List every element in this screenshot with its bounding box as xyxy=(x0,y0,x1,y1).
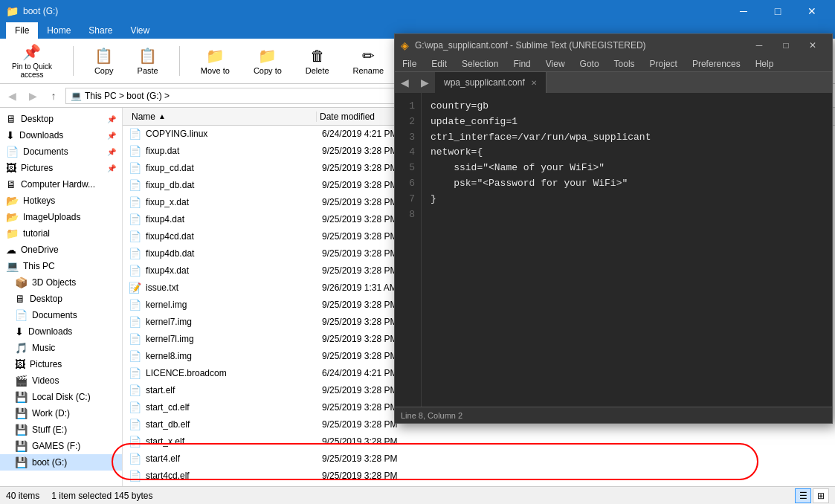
menu-find[interactable]: Find xyxy=(506,56,538,71)
sidebar-item-games-f[interactable]: 💾 GAMES (F:) xyxy=(0,438,122,454)
file-icon: 📄 xyxy=(129,299,141,311)
copy-button[interactable]: 📋 Copy xyxy=(88,45,120,77)
paste-button[interactable]: 📋 Paste xyxy=(132,45,164,77)
sidebar-item-computerhardw[interactable]: 🖥 Computer Hardw... xyxy=(0,176,122,193)
forward-button[interactable]: ▶ xyxy=(24,87,42,105)
table-row[interactable]: 📄 start4.elf 9/25/2019 3:28 PM xyxy=(123,450,835,468)
close-button[interactable]: ✕ xyxy=(795,0,829,22)
pin-quick-button[interactable]: 📌 Pin to Quickaccess xyxy=(6,42,58,80)
col-date-label: Date modified xyxy=(320,112,375,122)
file-name: LICENCE.broadcom xyxy=(146,368,227,378)
copy-label: Copy xyxy=(94,66,114,75)
sidebar-item-downloads[interactable]: ⬇ Downloads xyxy=(0,323,122,340)
onedrive-icon: ☁ xyxy=(6,244,16,256)
menu-goto[interactable]: Goto xyxy=(573,56,607,71)
sublime-title-bar: ◈ G:\wpa_supplicant.conf - Sublime Text … xyxy=(395,34,832,56)
maximize-button[interactable]: □ xyxy=(761,0,795,22)
copy-to-button[interactable]: 📁 Copy to xyxy=(248,45,288,77)
sublime-editor-area: 12345678 country=gbupdate_config=1ctrl_i… xyxy=(395,93,832,407)
file-type xyxy=(413,474,487,477)
tab-file[interactable]: File xyxy=(6,22,38,39)
menu-help[interactable]: Help xyxy=(748,56,781,71)
sidebar-item-music[interactable]: 🎵 Music xyxy=(0,340,122,356)
file-type xyxy=(413,457,487,460)
file-size xyxy=(487,457,547,460)
rename-label: Rename xyxy=(353,66,384,75)
move-to-button[interactable]: 📁 Move to xyxy=(195,45,236,77)
table-row[interactable]: 📄 start_x.elf 9/25/2019 3:28 PM xyxy=(123,433,835,450)
sidebar-item-documents-quick[interactable]: 📄 Documents 📌 xyxy=(0,143,122,160)
sidebar-item-documents[interactable]: 📄 Documents xyxy=(0,307,122,323)
sidebar-item-local-disk-c[interactable]: 💾 Local Disk (C:) xyxy=(0,389,122,405)
tab-nav-right[interactable]: ▶ xyxy=(415,72,435,93)
code-editor[interactable]: country=gbupdate_config=1ctrl_interface=… xyxy=(422,93,832,407)
tab-nav-left[interactable]: ◀ xyxy=(395,72,415,93)
delete-button[interactable]: 🗑 Delete xyxy=(300,46,335,77)
pin-label: Pin to Quickaccess xyxy=(12,62,52,79)
sidebar-item-downloads-quick[interactable]: ⬇ Downloads 📌 xyxy=(0,127,122,143)
editor-tab-wpa-supplicant[interactable]: wpa_supplicant.conf ✕ xyxy=(435,72,547,93)
sidebar-item-desktop[interactable]: 🖥 Desktop xyxy=(0,291,122,307)
menu-edit[interactable]: Edit xyxy=(424,56,454,71)
sidebar-item-imageuploads[interactable]: 📂 ImageUploads xyxy=(0,209,122,225)
folder-icon: 📦 xyxy=(15,277,28,288)
music-icon: 🎵 xyxy=(15,342,28,354)
pin-icon: 📌 xyxy=(107,115,116,123)
folder-icon: 📂 xyxy=(6,195,19,207)
drive-icon: 💾 xyxy=(15,440,28,452)
explorer-window: 📁 boot (G:) ─ □ ✕ File Home Share View 📌… xyxy=(0,0,835,504)
file-icon: 📄 xyxy=(129,436,141,448)
sidebar-label: Downloads xyxy=(19,130,103,140)
sublime-close[interactable]: ✕ xyxy=(799,36,826,54)
menu-file[interactable]: File xyxy=(395,56,424,71)
sidebar-item-stuff-e[interactable]: 💾 Stuff (E:) xyxy=(0,421,122,438)
line-numbers: 12345678 xyxy=(395,93,422,407)
sidebar-label: tutorial xyxy=(23,228,116,239)
sublime-menu-bar: File Edit Selection Find View Goto Tools… xyxy=(395,56,832,72)
sidebar-item-hotkeys[interactable]: 📂 Hotkeys xyxy=(0,193,122,209)
file-name: kernel7.img xyxy=(146,317,192,327)
sidebar-item-pictures-quick[interactable]: 🖼 Pictures 📌 xyxy=(0,160,122,176)
menu-selection[interactable]: Selection xyxy=(454,56,506,71)
move-label: Move to xyxy=(201,66,230,75)
file-icon: 📄 xyxy=(129,128,141,140)
sublime-minimize[interactable]: ─ xyxy=(746,36,773,54)
menu-preferences[interactable]: Preferences xyxy=(685,56,748,71)
details-view-button[interactable]: ☰ xyxy=(795,488,811,503)
back-button[interactable]: ◀ xyxy=(3,87,21,105)
sidebar-item-3dobjects[interactable]: 📦 3D Objects xyxy=(0,274,122,291)
tab-home[interactable]: Home xyxy=(38,22,80,39)
minimize-button[interactable]: ─ xyxy=(726,0,761,22)
sidebar-item-pictures[interactable]: 🖼 Pictures xyxy=(0,356,122,372)
pin-icon: 📌 xyxy=(22,43,41,61)
pin-icon: 📌 xyxy=(107,148,116,156)
tab-close-icon[interactable]: ✕ xyxy=(531,79,537,87)
table-row[interactable]: 📄 start4cd.elf 9/25/2019 3:28 PM xyxy=(123,468,835,485)
sidebar-item-desktop-quick[interactable]: 🖥 Desktop 📌 xyxy=(0,111,122,127)
sidebar-item-videos[interactable]: 🎬 Videos xyxy=(0,372,122,389)
col-header-name[interactable]: Name ▲ xyxy=(129,112,316,122)
menu-view[interactable]: View xyxy=(538,56,573,71)
sidebar-item-boot-g[interactable]: 💾 boot (G:) xyxy=(0,454,122,471)
sidebar-item-thispc[interactable]: 💻 This PC xyxy=(0,258,122,274)
tab-view[interactable]: View xyxy=(121,22,158,39)
up-button[interactable]: ↑ xyxy=(45,87,62,105)
file-icon: 📄 xyxy=(129,265,141,277)
file-name: fixup4x.dat xyxy=(146,265,189,276)
rename-button[interactable]: ✏ Rename xyxy=(347,45,390,77)
file-icon: 📄 xyxy=(129,248,141,259)
file-icon: 📄 xyxy=(129,179,141,191)
menu-project[interactable]: Project xyxy=(642,56,685,71)
tab-share[interactable]: Share xyxy=(80,22,121,39)
sublime-maximize[interactable]: □ xyxy=(773,36,799,54)
code-line: country=gb xyxy=(431,99,823,114)
sidebar-item-onedrive[interactable]: ☁ OneDrive xyxy=(0,242,122,258)
file-name: issue.txt xyxy=(146,282,178,293)
sidebar-item-work-d[interactable]: 💾 Work (D:) xyxy=(0,405,122,421)
large-icons-view-button[interactable]: ⊞ xyxy=(813,488,829,503)
file-icon: 📄 xyxy=(129,316,141,328)
line-number: 5 xyxy=(401,161,415,176)
menu-tools[interactable]: Tools xyxy=(607,56,642,71)
sidebar: 🖥 Desktop 📌 ⬇ Downloads 📌 📄 Documents 📌 … xyxy=(0,108,123,500)
sidebar-item-tutorial[interactable]: 📁 tutorial xyxy=(0,225,122,242)
